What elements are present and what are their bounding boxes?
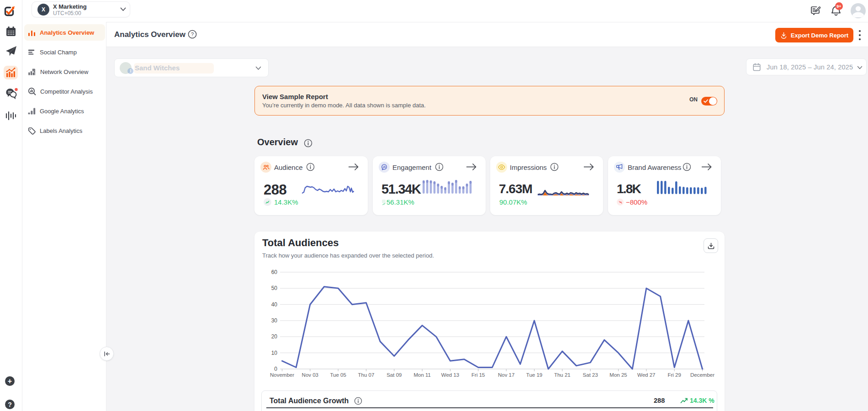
svg-text:Mon 11: Mon 11 <box>413 372 431 378</box>
svg-text:Nov 17: Nov 17 <box>498 372 514 378</box>
svg-text:Wed 27: Wed 27 <box>637 372 655 378</box>
svg-text:Fri 15: Fri 15 <box>471 372 485 378</box>
svg-text:30: 30 <box>271 317 278 324</box>
svg-text:Tue 05: Tue 05 <box>330 372 346 378</box>
svg-text:?: ? <box>191 32 194 37</box>
svg-text:Nov 03: Nov 03 <box>302 372 318 378</box>
svg-text:Sat 23: Sat 23 <box>583 372 598 378</box>
svg-text:0: 0 <box>274 366 277 372</box>
svg-text:November: November <box>270 372 294 378</box>
svg-text:Thu 21: Thu 21 <box>554 372 571 378</box>
svg-text:60: 60 <box>271 269 278 275</box>
svg-text:Wed 13: Wed 13 <box>441 372 459 378</box>
svg-text:50: 50 <box>271 285 278 291</box>
svg-text:40: 40 <box>271 301 278 308</box>
svg-text:Sat 09: Sat 09 <box>386 372 402 378</box>
svg-text:Fri 29: Fri 29 <box>667 372 681 378</box>
svg-text:Thu 07: Thu 07 <box>358 372 375 378</box>
svg-text:Tue 19: Tue 19 <box>526 372 542 378</box>
svg-text:10: 10 <box>271 350 278 356</box>
svg-text:December: December <box>690 372 715 378</box>
svg-text:Mon 25: Mon 25 <box>609 372 627 378</box>
svg-text:20: 20 <box>271 333 278 340</box>
